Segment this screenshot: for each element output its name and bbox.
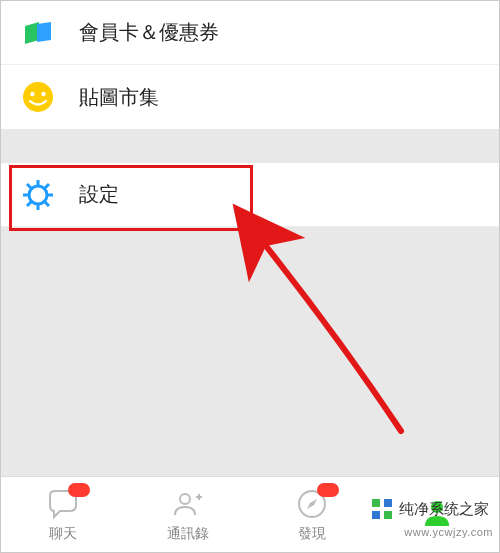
- menu-item-label: 貼圖市集: [79, 84, 159, 111]
- wallet-icon: [21, 16, 55, 50]
- menu-item-membership[interactable]: 會員卡＆優惠券: [1, 1, 499, 65]
- tab-label: 通訊錄: [167, 525, 209, 543]
- svg-point-2: [41, 92, 45, 96]
- svg-rect-19: [372, 511, 380, 519]
- contacts-icon: [171, 487, 205, 521]
- svg-point-1: [30, 92, 34, 96]
- watermark: 纯净系统之家 www.ycwjzy.com: [367, 496, 493, 522]
- settings-group: 設定: [1, 163, 499, 227]
- tab-contacts[interactable]: 通訊錄: [126, 477, 251, 552]
- menu-item-label: 會員卡＆優惠券: [79, 19, 219, 46]
- badge-icon: [317, 483, 339, 497]
- svg-line-8: [27, 184, 31, 188]
- tab-label: 聊天: [49, 525, 77, 543]
- svg-line-9: [45, 202, 49, 206]
- menu-item-sticker-market[interactable]: 貼圖市集: [1, 65, 499, 129]
- settings-row[interactable]: 設定: [1, 163, 499, 227]
- svg-rect-18: [384, 499, 392, 507]
- svg-rect-17: [372, 499, 380, 507]
- tab-discover[interactable]: 發現: [250, 477, 375, 552]
- gear-icon: [21, 178, 55, 212]
- svg-point-0: [23, 82, 53, 112]
- svg-rect-20: [384, 511, 392, 519]
- svg-line-11: [45, 184, 49, 188]
- svg-point-3: [29, 186, 47, 204]
- watermark-text: 纯净系统之家: [399, 500, 489, 519]
- settings-label: 設定: [79, 181, 119, 208]
- tab-label: 發現: [298, 525, 326, 543]
- section-gap: [1, 129, 499, 163]
- watermark-icon: [371, 498, 393, 520]
- tab-chat[interactable]: 聊天: [1, 477, 126, 552]
- svg-point-12: [180, 494, 190, 504]
- smiley-icon: [21, 80, 55, 114]
- app-screen: 會員卡＆優惠券 貼圖市集: [0, 0, 500, 553]
- badge-icon: [68, 483, 90, 497]
- svg-line-10: [27, 202, 31, 206]
- watermark-url: www.ycwjzy.com: [404, 526, 493, 538]
- menu-group: 會員卡＆優惠券 貼圖市集: [1, 1, 499, 129]
